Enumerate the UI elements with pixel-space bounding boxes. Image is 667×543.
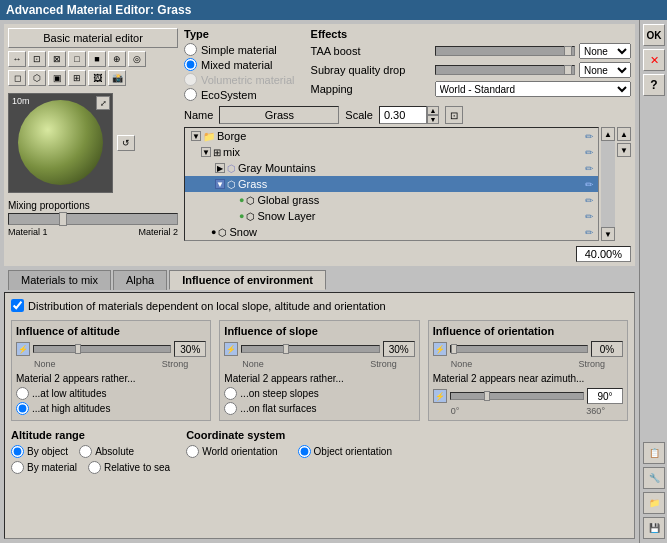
- coordinate-system-box: Coordinate system World orientation Obje…: [186, 429, 628, 474]
- toolbar-btn-12[interactable]: 🖼: [88, 70, 106, 86]
- help-button[interactable]: ?: [643, 74, 665, 96]
- relative-radio[interactable]: [88, 461, 101, 474]
- expand-mix[interactable]: ▼: [201, 147, 211, 157]
- subray-slider[interactable]: [435, 65, 575, 75]
- basic-material-button[interactable]: Basic material editor: [8, 28, 178, 48]
- folder-icon: 📁: [203, 131, 215, 142]
- altitude-influence-box: Influence of altitude ⚡ 30% None Strong …: [11, 320, 211, 421]
- tab-influence-environment[interactable]: Influence of environment: [169, 270, 326, 290]
- toolbar-btn-11[interactable]: ⊞: [68, 70, 86, 86]
- object-orientation-radio[interactable]: [298, 445, 311, 458]
- edit-snow-btn[interactable]: ✏: [582, 225, 596, 239]
- simple-material-radio[interactable]: [184, 43, 197, 56]
- tree-item-mix[interactable]: ▼ ⊞ mix ✏: [185, 144, 598, 160]
- orientation-influence-box: Influence of orientation ⚡ 0% None Stron…: [428, 320, 628, 421]
- taa-dropdown[interactable]: None: [579, 43, 631, 59]
- taa-slider[interactable]: [435, 46, 575, 56]
- distribution-checkbox[interactable]: [11, 299, 24, 312]
- orientation-thumb[interactable]: [451, 344, 457, 354]
- taa-label: TAA boost: [311, 45, 431, 57]
- altitude-thumb[interactable]: [75, 344, 81, 354]
- toolbar-btn-9[interactable]: ⬡: [28, 70, 46, 86]
- extra-btn-2[interactable]: 🔧: [643, 467, 665, 489]
- extra-btn-4[interactable]: 💾: [643, 517, 665, 539]
- tree-scroll-down[interactable]: ▼: [601, 227, 615, 241]
- tree-label-mix: mix: [223, 146, 240, 158]
- mixed-material-radio[interactable]: [184, 58, 197, 71]
- orientation-deg-slider[interactable]: [450, 392, 584, 400]
- tree-scrollbar: ▲ ▼: [601, 127, 615, 241]
- ecosystem-radio[interactable]: [184, 88, 197, 101]
- absolute-radio[interactable]: [79, 445, 92, 458]
- preview-refresh-btn[interactable]: ↺: [117, 135, 135, 151]
- slope-steep-radio[interactable]: [224, 387, 237, 400]
- slope-flat-radio[interactable]: [224, 402, 237, 415]
- tree-item-snow-layer[interactable]: ● ⬡ Snow Layer ✏: [185, 208, 598, 224]
- scale-down-btn[interactable]: ▼: [427, 115, 439, 124]
- expand-borge[interactable]: ▼: [191, 131, 201, 141]
- subray-dropdown[interactable]: None: [579, 62, 631, 78]
- tree-label-grass: Grass: [238, 178, 267, 190]
- orientation-deg-thumb[interactable]: [484, 391, 490, 401]
- edit-grass-btn[interactable]: ✏: [582, 177, 596, 191]
- simple-material-row: Simple material: [184, 43, 295, 56]
- tree-item-borge[interactable]: ▼ 📁 Borge ✏: [185, 128, 598, 144]
- toolbar-btn-1[interactable]: ↔: [8, 51, 26, 67]
- edit-snow-layer-btn[interactable]: ✏: [582, 209, 596, 223]
- altitude-slider[interactable]: [33, 345, 171, 353]
- material2-label: Material 2: [138, 227, 178, 237]
- altitude-high-radio[interactable]: [16, 402, 29, 415]
- expand-grass[interactable]: ▼: [215, 179, 225, 189]
- by-material-radio[interactable]: [11, 461, 24, 474]
- toolbar-btn-4[interactable]: □: [68, 51, 86, 67]
- altitude-low-radio[interactable]: [16, 387, 29, 400]
- orientation-slider[interactable]: [450, 345, 588, 353]
- tab-materials-to-mix[interactable]: Materials to mix: [8, 270, 111, 290]
- taa-thumb[interactable]: [564, 46, 572, 56]
- tree-label-gray-mountains: Gray Mountains: [238, 162, 316, 174]
- world-orientation-radio[interactable]: [186, 445, 199, 458]
- scale-input[interactable]: [379, 106, 427, 124]
- scale-reset-btn[interactable]: ⊡: [445, 106, 463, 124]
- by-object-radio[interactable]: [11, 445, 24, 458]
- tree-scroll-track: [601, 141, 615, 227]
- tree-item-grass[interactable]: ▼ ⬡ Grass ✏: [185, 176, 598, 192]
- altitude-slider-row: ⚡ 30%: [16, 341, 206, 357]
- edit-gray-mountains-btn[interactable]: ✏: [582, 161, 596, 175]
- toolbar-btn-3[interactable]: ⊠: [48, 51, 66, 67]
- slope-slider[interactable]: [241, 345, 379, 353]
- mixing-slider-track[interactable]: [8, 213, 178, 225]
- tree-move-down-btn[interactable]: ▼: [617, 143, 631, 157]
- toolbar-btn-5[interactable]: ■: [88, 51, 106, 67]
- tree-item-snow[interactable]: ● ⬡ Snow ✏: [185, 224, 598, 240]
- toolbar-btn-8[interactable]: ◻: [8, 70, 26, 86]
- preview-area: 10m ⤢ ↺: [8, 93, 178, 193]
- tree-item-global-grass[interactable]: ● ⬡ Global grass ✏: [185, 192, 598, 208]
- type-title: Type: [184, 28, 295, 40]
- tree-move-up-btn[interactable]: ▲: [617, 127, 631, 141]
- toolbar-btn-6[interactable]: ⊕: [108, 51, 126, 67]
- toolbar-btn-7[interactable]: ◎: [128, 51, 146, 67]
- tab-alpha[interactable]: Alpha: [113, 270, 167, 290]
- toolbar-btn-10[interactable]: ▣: [48, 70, 66, 86]
- mixing-slider-thumb[interactable]: [59, 212, 67, 226]
- tree-item-gray-mountains[interactable]: ▶ ⬡ Gray Mountains ✏: [185, 160, 598, 176]
- preview-expand-btn[interactable]: ⤢: [96, 96, 110, 110]
- toolbar-btn-2[interactable]: ⊡: [28, 51, 46, 67]
- cancel-button[interactable]: ✕: [643, 49, 665, 71]
- extra-btn-1[interactable]: 📋: [643, 442, 665, 464]
- slope-thumb[interactable]: [283, 344, 289, 354]
- edit-mix-btn[interactable]: ✏: [582, 145, 596, 159]
- subray-thumb[interactable]: [564, 65, 572, 75]
- extra-btn-3[interactable]: 📁: [643, 492, 665, 514]
- toolbar-btn-13[interactable]: 📸: [108, 70, 126, 86]
- edit-borge-btn[interactable]: ✏: [582, 129, 596, 143]
- expand-gray-mountains[interactable]: ▶: [215, 163, 225, 173]
- name-input[interactable]: [219, 106, 339, 124]
- mapping-dropdown[interactable]: World - Standard Object Camera: [435, 81, 631, 97]
- tree-scroll-up[interactable]: ▲: [601, 127, 615, 141]
- mixed-material-row: Mixed material: [184, 58, 295, 71]
- scale-up-btn[interactable]: ▲: [427, 106, 439, 115]
- ok-button[interactable]: OK: [643, 24, 665, 46]
- edit-global-grass-btn[interactable]: ✏: [582, 193, 596, 207]
